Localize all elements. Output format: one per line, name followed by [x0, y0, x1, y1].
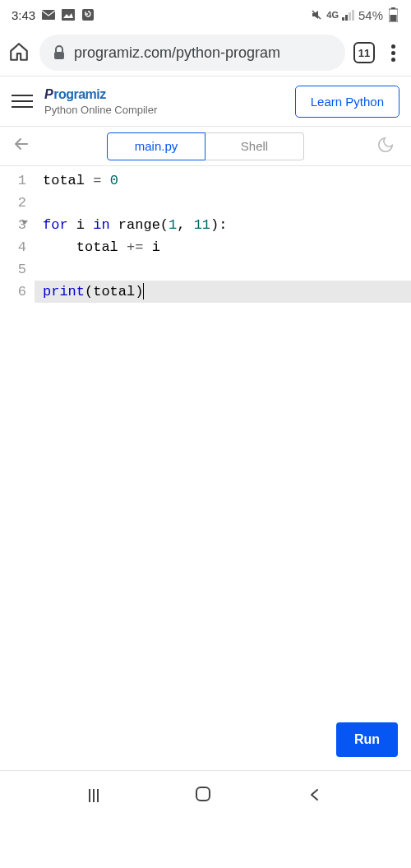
line-number: 5 — [0, 258, 26, 281]
tab-switcher[interactable]: 11 — [353, 42, 375, 63]
tab-main-py[interactable]: main.py — [107, 132, 206, 160]
android-status-bar: 3:43 4G 54% — [0, 0, 411, 30]
brand: Programiz Python Online Compiler — [44, 87, 295, 116]
theme-toggle[interactable] — [376, 136, 399, 157]
mute-icon — [310, 8, 323, 21]
code-line[interactable]: for i in range(1, 11): — [43, 214, 411, 236]
line-number: 3 — [0, 214, 26, 236]
line-number: 4 — [0, 236, 26, 258]
svg-rect-12 — [196, 787, 210, 801]
url-bar[interactable]: programiz.com/python-program — [39, 35, 345, 71]
image-icon — [62, 8, 75, 21]
code-line[interactable] — [43, 192, 411, 214]
back-button[interactable] — [12, 134, 35, 159]
app-header: Programiz Python Online Compiler Learn P… — [0, 76, 411, 127]
svg-rect-1 — [62, 9, 75, 21]
network-type: 4G — [326, 10, 339, 20]
svg-rect-5 — [345, 15, 348, 21]
svg-rect-6 — [349, 12, 351, 21]
url-text: programiz.com/python-program — [74, 44, 280, 62]
status-left: 3:43 — [12, 8, 95, 22]
code-editor[interactable]: 123456 total = 0for i in range(1, 11): t… — [0, 166, 411, 770]
browser-menu-button[interactable] — [383, 44, 403, 62]
svg-rect-4 — [342, 17, 344, 21]
code-line[interactable]: total = 0 — [43, 169, 411, 192]
svg-rect-2 — [82, 9, 94, 21]
nav-home[interactable] — [195, 786, 211, 805]
status-right: 4G 54% — [310, 8, 399, 22]
battery-pct: 54% — [358, 8, 383, 22]
code-line[interactable] — [43, 258, 411, 281]
status-time: 3:43 — [12, 8, 35, 22]
update-icon — [81, 8, 95, 21]
svg-rect-10 — [390, 15, 396, 21]
battery-icon — [386, 8, 399, 21]
learn-python-button[interactable]: Learn Python — [295, 86, 399, 118]
line-number: 1 — [0, 169, 26, 192]
svg-rect-7 — [352, 10, 354, 21]
editor-tab-row: main.py Shell — [0, 127, 411, 166]
nav-recents[interactable] — [89, 789, 99, 802]
menu-button[interactable] — [12, 95, 33, 108]
svg-rect-11 — [54, 52, 64, 59]
browser-toolbar: programiz.com/python-program 11 — [0, 30, 411, 76]
code-line[interactable]: print(total) — [35, 281, 411, 303]
line-number: 2 — [0, 192, 26, 214]
tab-shell[interactable]: Shell — [206, 132, 304, 160]
cursor — [143, 283, 144, 299]
brand-subtitle: Python Online Compiler — [44, 104, 295, 116]
mail-icon — [42, 8, 55, 21]
android-nav-bar — [0, 771, 411, 820]
fold-icon[interactable] — [21, 220, 28, 225]
line-number: 6 — [0, 281, 26, 303]
nav-back[interactable] — [307, 784, 322, 807]
line-gutter: 123456 — [0, 166, 35, 770]
svg-rect-0 — [42, 10, 55, 20]
code-line[interactable]: total += i — [43, 236, 411, 258]
brand-logo: Programiz — [44, 87, 295, 102]
run-button[interactable]: Run — [336, 722, 398, 757]
browser-home-button[interactable] — [8, 41, 31, 64]
code-area[interactable]: total = 0for i in range(1, 11): total +=… — [35, 166, 411, 770]
signal-icon — [342, 8, 355, 21]
tab-group: main.py Shell — [35, 132, 376, 160]
lock-icon — [53, 45, 66, 60]
